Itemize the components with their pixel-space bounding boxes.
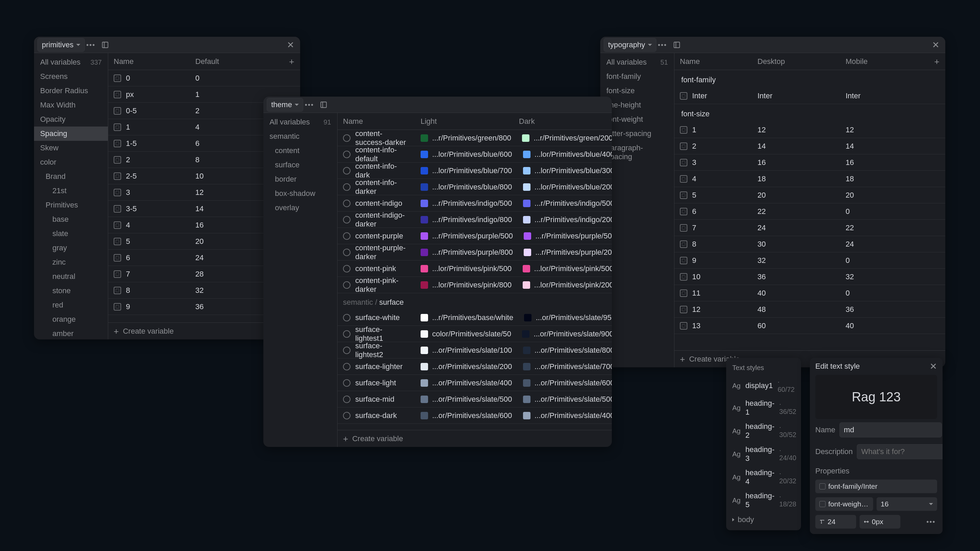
font-weight-value[interactable]: 16 [877, 497, 937, 511]
text-style-item[interactable]: Ag heading-3· 24/40 [726, 443, 801, 465]
collection-dropdown[interactable]: primitives [37, 38, 85, 52]
collection-dropdown[interactable]: typography [604, 38, 656, 52]
table-row[interactable]: 11 40 0 [675, 285, 945, 301]
table-row[interactable]: surface-lighter ...or/Primitives/slate/2… [337, 359, 612, 375]
text-style-item[interactable]: Ag heading-2· 30/52 [726, 419, 801, 443]
sidebar-item[interactable]: surface [263, 158, 337, 172]
more-button[interactable]: ••• [656, 39, 669, 51]
table-row[interactable]: content-indigo ...r/Primitives/indigo/50… [337, 195, 612, 211]
sidebar-toggle[interactable] [99, 39, 111, 51]
table-row[interactable]: 13 60 40 [675, 318, 945, 334]
table-header: Name Desktop Mobile + [675, 53, 945, 70]
table-row[interactable]: 8 30 24 [675, 236, 945, 252]
table-row[interactable]: content-purple ...r/Primitives/purple/50… [337, 228, 612, 244]
table-row[interactable]: surface-dark ...or/Primitives/slate/600 … [337, 408, 612, 424]
collection-dropdown[interactable]: theme [267, 98, 303, 111]
table-row[interactable]: surface-lightest1 color/Primitives/slate… [337, 326, 612, 342]
table-row[interactable]: surface-light ...or/Primitives/slate/400… [337, 375, 612, 391]
add-column-button[interactable]: + [928, 57, 945, 66]
sidebar-item[interactable]: slate [34, 227, 108, 241]
table-row[interactable]: content-purple-darker ...r/Primitives/pu… [337, 244, 612, 260]
sidebar-item[interactable]: overlay [263, 201, 337, 215]
desktop-value: 14 [752, 142, 840, 151]
sidebar-item[interactable]: Border Radius [34, 84, 108, 98]
sidebar-item[interactable]: base [34, 212, 108, 227]
letter-spacing-input[interactable]: 0px [859, 515, 900, 529]
color-alias: ...or/Primitives/slate/100 [432, 346, 512, 355]
sidebar-item[interactable]: color [34, 155, 108, 169]
sidebar-item[interactable]: 21st [34, 184, 108, 198]
sidebar-item[interactable]: stone [34, 284, 108, 298]
sidebar-item[interactable]: Spacing [34, 127, 108, 141]
sidebar-all-variables[interactable]: All variables 337 [34, 55, 108, 69]
sidebar-all-variables[interactable]: All variables 91 [263, 115, 337, 129]
tree-body-item[interactable]: body [726, 512, 801, 526]
sidebar-item[interactable]: font-size [600, 84, 674, 98]
table-row[interactable]: 3 16 16 [675, 154, 945, 171]
sidebar-toggle[interactable] [671, 39, 683, 51]
table-row[interactable]: 4 18 18 [675, 171, 945, 187]
sidebar-item[interactable]: Screens [34, 69, 108, 84]
sidebar-item[interactable]: orange [34, 312, 108, 327]
font-weight-chip[interactable]: font-weight/medium [815, 497, 873, 511]
font-size-input[interactable]: 24 [815, 515, 856, 529]
close-button[interactable]: ✕ [930, 362, 937, 371]
sidebar-item[interactable]: Max Width [34, 98, 108, 112]
table-row[interactable]: surface-lightest2 ...or/Primitives/slate… [337, 342, 612, 359]
var-name: surface-lightest2 [355, 341, 410, 359]
sidebar-item[interactable]: font-family [600, 69, 674, 84]
table-row[interactable]: surface-mid ...or/Primitives/slate/500 .… [337, 391, 612, 408]
table-row[interactable]: content-indigo-darker ...r/Primitives/in… [337, 211, 612, 228]
table-row[interactable]: 9 32 0 [675, 252, 945, 269]
more-button[interactable]: ••• [925, 516, 937, 528]
mobile-value: 0 [840, 256, 928, 265]
sidebar-item[interactable]: Brand [34, 169, 108, 184]
table-row[interactable]: content-success-darker ...r/Primitives/g… [337, 130, 612, 146]
variable-icon [680, 159, 687, 166]
text-style-item[interactable]: Ag heading-5· 18/28 [726, 489, 801, 512]
table-row[interactable]: Inter Inter Inter [675, 88, 945, 104]
text-style-item[interactable]: Ag heading-1· 36/52 [726, 396, 801, 419]
sidebar-item[interactable]: Skew [34, 141, 108, 155]
sidebar-item[interactable]: amber [34, 327, 108, 340]
description-input[interactable] [857, 444, 943, 459]
var-name: content-indigo [355, 199, 402, 208]
sidebar-item[interactable]: red [34, 298, 108, 312]
more-button[interactable]: ••• [303, 98, 315, 111]
table-row[interactable]: 00 [108, 70, 300, 86]
table-row[interactable]: content-pink ...lor/Primitives/pink/500 … [337, 260, 612, 277]
sidebar-item[interactable]: semantic [263, 129, 337, 143]
sidebar-item[interactable]: content [263, 143, 337, 158]
table-row[interactable]: content-pink-darker ...lor/Primitives/pi… [337, 277, 612, 293]
table-row[interactable]: 10 36 32 [675, 269, 945, 285]
table-row[interactable]: 12 48 36 [675, 301, 945, 318]
table-row[interactable]: 7 24 22 [675, 220, 945, 236]
font-family-chip[interactable]: font-family/Inter [815, 480, 937, 493]
sidebar-all-variables[interactable]: All variables 51 [600, 55, 674, 69]
table-row[interactable]: 2 14 14 [675, 138, 945, 154]
table-row[interactable]: surface-white ...r/Primitives/base/white… [337, 310, 612, 326]
table-row[interactable]: content-info-dark ...lor/Primitives/blue… [337, 163, 612, 179]
text-style-item[interactable]: Ag display1· 60/72 [726, 375, 801, 396]
table-row[interactable]: content-info-default ...lor/Primitives/b… [337, 146, 612, 163]
sidebar-item[interactable]: gray [34, 241, 108, 255]
table-row[interactable]: content-info-darker ...lor/Primitives/bl… [337, 179, 612, 195]
name-input[interactable] [840, 422, 942, 437]
sidebar-item[interactable]: box-shadow [263, 186, 337, 201]
table-row[interactable]: 1 12 12 [675, 122, 945, 138]
col-name: Name [675, 57, 752, 66]
sidebar-toggle[interactable] [318, 98, 330, 111]
sidebar-item[interactable]: Opacity [34, 112, 108, 127]
text-style-item[interactable]: Ag heading-4· 20/32 [726, 465, 801, 489]
close-button[interactable]: ✕ [930, 39, 942, 51]
sidebar-item[interactable]: border [263, 172, 337, 186]
more-button[interactable]: ••• [85, 39, 97, 51]
create-variable-button[interactable]: + Create variable [337, 430, 612, 447]
close-button[interactable]: ✕ [285, 39, 297, 51]
sidebar-item[interactable]: neutral [34, 269, 108, 284]
table-row[interactable]: 6 22 0 [675, 203, 945, 220]
sidebar-item[interactable]: zinc [34, 255, 108, 269]
add-column-button[interactable]: + [283, 57, 300, 66]
sidebar-item[interactable]: Primitives [34, 198, 108, 212]
table-row[interactable]: 5 20 20 [675, 187, 945, 203]
